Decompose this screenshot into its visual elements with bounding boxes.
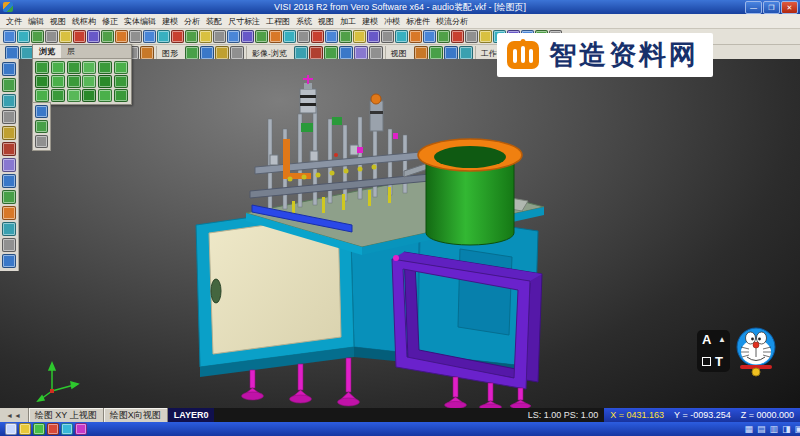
tool-icon[interactable] bbox=[213, 30, 226, 43]
tool-icon[interactable] bbox=[444, 46, 458, 60]
tool-icon[interactable] bbox=[171, 30, 184, 43]
tool-icon[interactable] bbox=[143, 30, 156, 43]
tool-icon[interactable] bbox=[2, 174, 16, 188]
tool-icon[interactable] bbox=[429, 46, 443, 60]
status-tool-icon[interactable] bbox=[5, 423, 17, 435]
viewport-3d[interactable] bbox=[0, 59, 800, 408]
tool-icon[interactable] bbox=[2, 142, 16, 156]
tool-icon[interactable] bbox=[241, 30, 254, 43]
tool-icon[interactable] bbox=[157, 30, 170, 43]
tool-icon[interactable] bbox=[115, 30, 128, 43]
tool-icon[interactable] bbox=[479, 30, 492, 43]
menu-item[interactable]: 模流分析 bbox=[433, 16, 471, 27]
tool-icon[interactable] bbox=[215, 46, 229, 60]
tool-icon[interactable] bbox=[311, 30, 324, 43]
tool-icon[interactable] bbox=[2, 206, 16, 220]
layer-icon[interactable] bbox=[114, 61, 128, 74]
tool-icon[interactable] bbox=[354, 46, 368, 60]
tool-icon[interactable] bbox=[325, 30, 338, 43]
menu-item[interactable]: 标准件 bbox=[403, 16, 433, 27]
status-glyph-icon[interactable]: ◨ bbox=[780, 424, 793, 434]
minimize-button[interactable]: — bbox=[745, 1, 762, 14]
tool-icon[interactable] bbox=[409, 30, 422, 43]
menu-item[interactable]: 线框构 bbox=[69, 16, 99, 27]
tool-icon[interactable] bbox=[200, 46, 214, 60]
layer-icon[interactable] bbox=[82, 89, 96, 102]
status-tool-icon[interactable] bbox=[19, 423, 31, 435]
tool-icon[interactable] bbox=[5, 46, 19, 60]
layer-icon[interactable] bbox=[35, 61, 49, 74]
tool-icon[interactable] bbox=[2, 62, 16, 76]
menu-item[interactable]: 工程图 bbox=[263, 16, 293, 27]
tool-icon[interactable] bbox=[255, 30, 268, 43]
tool-icon[interactable] bbox=[369, 46, 383, 60]
tool-icon[interactable] bbox=[437, 30, 450, 43]
tool-icon[interactable] bbox=[2, 110, 16, 124]
workplane-indicator[interactable]: 绘图 XY 上视图 bbox=[29, 408, 104, 422]
maximize-button[interactable]: ❐ bbox=[763, 1, 780, 14]
tool-icon[interactable] bbox=[269, 30, 282, 43]
tab-browse[interactable]: 浏览 bbox=[33, 45, 61, 58]
tool-icon[interactable] bbox=[2, 238, 16, 252]
tool-icon[interactable] bbox=[339, 46, 353, 60]
tool-icon[interactable] bbox=[35, 135, 48, 148]
layer-icon[interactable] bbox=[114, 89, 128, 102]
layer-icon[interactable] bbox=[51, 61, 65, 74]
tool-icon[interactable] bbox=[227, 30, 240, 43]
tool-icon[interactable] bbox=[381, 30, 394, 43]
tool-icon[interactable] bbox=[35, 120, 48, 133]
menu-item[interactable]: 装配 bbox=[203, 16, 225, 27]
tool-icon[interactable] bbox=[395, 30, 408, 43]
status-tool-icon[interactable] bbox=[47, 423, 59, 435]
tool-icon[interactable] bbox=[59, 30, 72, 43]
layer-icon[interactable] bbox=[98, 89, 112, 102]
menu-item[interactable]: 建模 bbox=[159, 16, 181, 27]
tool-icon[interactable] bbox=[309, 46, 323, 60]
tool-icon[interactable] bbox=[45, 30, 58, 43]
tool-icon[interactable] bbox=[2, 126, 16, 140]
menu-item[interactable]: 冲模 bbox=[381, 16, 403, 27]
tool-icon[interactable] bbox=[230, 46, 244, 60]
tool-icon[interactable] bbox=[185, 46, 199, 60]
tool-icon[interactable] bbox=[367, 30, 380, 43]
tool-icon[interactable] bbox=[140, 46, 154, 60]
layer-icon[interactable] bbox=[67, 61, 81, 74]
layer-indicator[interactable]: LAYER0 bbox=[168, 408, 215, 422]
tool-icon[interactable] bbox=[459, 46, 473, 60]
menu-item[interactable]: 视图 bbox=[315, 16, 337, 27]
status-tool-icon[interactable] bbox=[33, 423, 45, 435]
tool-icon[interactable] bbox=[2, 222, 16, 236]
tool-icon[interactable] bbox=[353, 30, 366, 43]
menu-item[interactable]: 分析 bbox=[181, 16, 203, 27]
layer-icon[interactable] bbox=[114, 75, 128, 88]
tool-icon[interactable] bbox=[414, 46, 428, 60]
layer-icon[interactable] bbox=[82, 75, 96, 88]
menu-item[interactable]: 尺寸标注 bbox=[225, 16, 263, 27]
tool-icon[interactable] bbox=[297, 30, 310, 43]
view-nav-arrows[interactable]: ◄◄ bbox=[0, 408, 29, 422]
tool-icon[interactable] bbox=[73, 30, 86, 43]
tool-icon[interactable] bbox=[2, 254, 16, 268]
tool-icon[interactable] bbox=[324, 46, 338, 60]
layer-icon[interactable] bbox=[51, 89, 65, 102]
layer-icon[interactable] bbox=[67, 75, 81, 88]
layer-icon[interactable] bbox=[67, 89, 81, 102]
status-glyph-icon[interactable]: ▣ bbox=[792, 424, 800, 434]
menu-item[interactable]: 实体编辑 bbox=[121, 16, 159, 27]
tool-icon[interactable] bbox=[129, 30, 142, 43]
tool-icon[interactable] bbox=[101, 30, 114, 43]
status-tool-icon[interactable] bbox=[61, 423, 73, 435]
tool-icon[interactable] bbox=[3, 30, 16, 43]
menu-item[interactable]: 系统 bbox=[293, 16, 315, 27]
status-glyph-icon[interactable]: ▦ bbox=[742, 424, 755, 434]
view-name-indicator[interactable]: 绘图X向视图 bbox=[104, 408, 168, 422]
tool-icon[interactable] bbox=[465, 30, 478, 43]
tool-icon[interactable] bbox=[294, 46, 308, 60]
menu-item[interactable]: 加工 bbox=[337, 16, 359, 27]
layer-icon[interactable] bbox=[98, 61, 112, 74]
tool-icon[interactable] bbox=[2, 94, 16, 108]
tool-icon[interactable] bbox=[423, 30, 436, 43]
menu-item[interactable]: 视图 bbox=[47, 16, 69, 27]
layer-icon[interactable] bbox=[51, 75, 65, 88]
tool-icon[interactable] bbox=[283, 30, 296, 43]
